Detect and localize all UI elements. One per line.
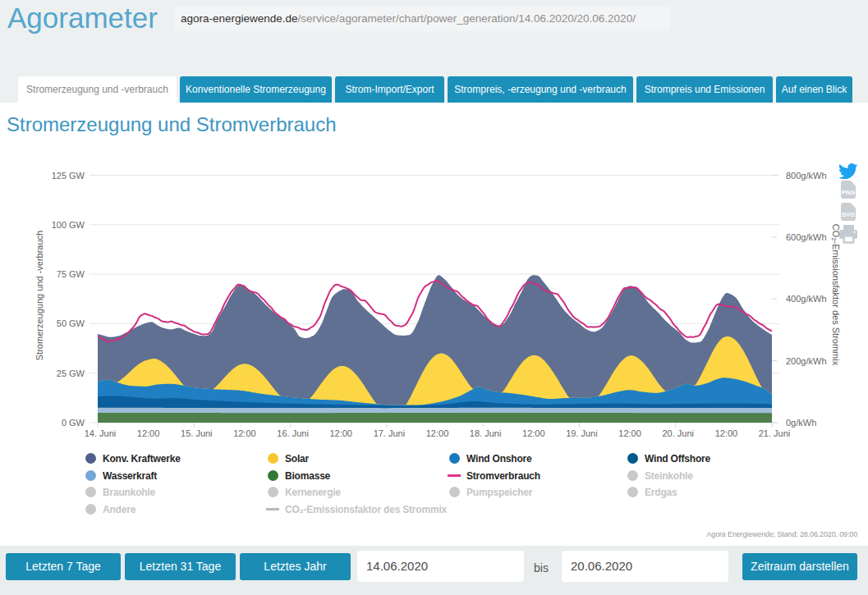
svg-text:12:00: 12:00 <box>618 428 641 438</box>
svg-text:12:00: 12:00 <box>137 428 160 438</box>
svg-text:400g/kWh: 400g/kWh <box>786 294 827 304</box>
svg-text:12:00: 12:00 <box>233 428 256 438</box>
svg-text:20. Juni: 20. Juni <box>662 428 694 438</box>
svg-text:125 GW: 125 GW <box>52 171 85 181</box>
svg-text:200g/kWh: 200g/kWh <box>786 356 827 366</box>
svg-text:50 GW: 50 GW <box>57 318 85 328</box>
svg-text:100 GW: 100 GW <box>52 220 85 230</box>
svg-text:CO₂-Emissionsfaktor des Stromm: CO₂-Emissionsfaktor des Strommix <box>831 224 841 366</box>
svg-text:12:00: 12:00 <box>522 428 545 438</box>
svg-text:SVG: SVG <box>842 211 855 218</box>
svg-text:12:00: 12:00 <box>715 428 738 438</box>
svg-text:17. Juni: 17. Juni <box>374 428 406 438</box>
svg-text:14. Juni: 14. Juni <box>85 428 117 438</box>
svg-text:800g/kWh: 800g/kWh <box>786 171 827 181</box>
svg-text:12:00: 12:00 <box>329 428 352 438</box>
svg-text:0 GW: 0 GW <box>62 418 85 428</box>
svg-text:18. Juni: 18. Juni <box>470 428 502 438</box>
svg-text:0g/kWh: 0g/kWh <box>786 418 816 428</box>
svg-text:19. Juni: 19. Juni <box>566 428 598 438</box>
svg-text:21. Juni: 21. Juni <box>759 428 791 438</box>
svg-text:15. Juni: 15. Juni <box>181 428 213 438</box>
svg-text:25 GW: 25 GW <box>57 368 85 378</box>
svg-text:16. Juni: 16. Juni <box>277 428 309 438</box>
svg-text:Stromerzeugung und -verbrauch: Stromerzeugung und -verbrauch <box>34 231 44 360</box>
svg-text:75 GW: 75 GW <box>57 269 85 279</box>
svg-text:600g/kWh: 600g/kWh <box>786 232 827 242</box>
svg-text:PNG: PNG <box>842 189 855 196</box>
svg-text:12:00: 12:00 <box>426 428 449 438</box>
